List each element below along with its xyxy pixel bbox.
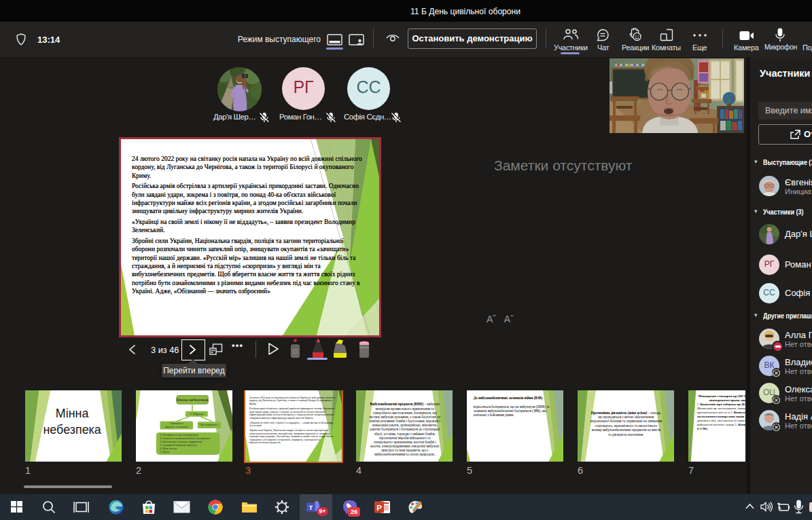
svg-text:P: P — [376, 504, 382, 512]
svg-text:3. Залишені вибухонебезпечні б: 3. Залишені вибухонебезпечні боєприпаси — [160, 437, 210, 440]
svg-text:Протиправності: Протиправності — [200, 424, 218, 426]
svg-text:(фугасні, осколкові): (фугасні, осколкові) — [165, 426, 188, 428]
svg-text:Мінна небезпека: Мінна небезпека — [177, 398, 209, 402]
svg-text:Мінна: Мінна — [56, 407, 89, 420]
svg-text:1. Відразу: 1. Відразу — [190, 412, 204, 415]
svg-text:5. Саморобні вибухові пристрої: 5. Саморобні вибухові пристрої — [160, 444, 197, 447]
svg-text:небезпека: небезпека — [43, 423, 101, 437]
svg-text:Призначені: Призначені — [170, 422, 183, 425]
svg-text:4. Детонатори ( запали, відури: 4. Детонатори ( запали, відуривачи) — [160, 441, 202, 443]
svg-text:6. Міни-пастки: 6. Міни-пастки — [160, 447, 177, 450]
svg-text:T: T — [309, 504, 313, 511]
svg-text:7. Набої: 7. Набої — [160, 451, 170, 453]
svg-text:2. Боєприпаси, що не вибухнули: 2. Боєприпаси, що не вибухнули — [160, 434, 198, 437]
